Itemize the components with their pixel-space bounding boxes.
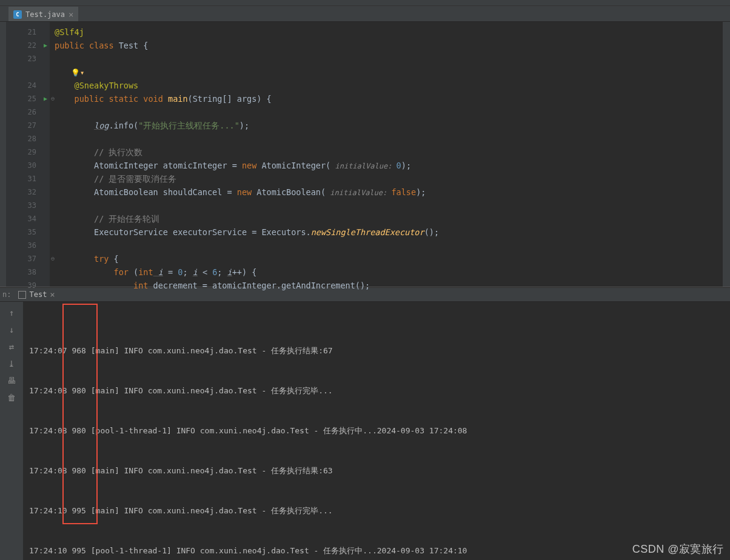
run-gutter-icon[interactable]: ▶ <box>44 39 47 52</box>
tab-filename: Test.java <box>25 10 65 19</box>
line-number: 24 <box>28 79 36 92</box>
print-icon[interactable]: 🖶 <box>7 376 16 385</box>
line-number: 26 <box>28 105 36 119</box>
left-gutter-strip <box>0 22 6 287</box>
editor-area: 21 22▶ 23 24 25▶⊖ 26 27 28 29 30 31 32 3… <box>0 22 730 287</box>
log-line: 17:24:10 995 [pool-1-thread-1] INFO com.… <box>29 544 724 558</box>
line-number: 38 <box>28 265 36 279</box>
bulb-icon[interactable]: 💡▾ <box>71 66 84 79</box>
line-number: 27 <box>28 119 36 132</box>
soft-wrap-icon[interactable]: ⇄ <box>7 342 16 352</box>
line-number: 32 <box>28 185 36 199</box>
line-number-gutter: 21 22▶ 23 24 25▶⊖ 26 27 28 29 30 31 32 3… <box>6 22 50 287</box>
highlight-box <box>62 304 98 524</box>
line-number: 36 <box>28 239 36 252</box>
line-number: 37 <box>28 252 36 265</box>
line-number: 34 <box>28 212 36 225</box>
line-number: 31 <box>28 172 36 185</box>
line-number: 21 <box>28 25 36 39</box>
log-line: 17:24:08 980 [main] INFO com.xuni.neo4j.… <box>29 384 724 398</box>
line-number: 33 <box>28 199 36 212</box>
line-number: 29 <box>28 145 36 159</box>
code-editor[interactable]: 💡▾ @Slf4j public class Test { @SneakyThr… <box>50 22 723 287</box>
log-line: 17:24:08 980 [main] INFO com.xuni.neo4j.… <box>29 464 724 478</box>
run-gutter-icon[interactable]: ▶ <box>44 92 47 105</box>
trash-icon[interactable]: 🗑 <box>7 393 16 402</box>
log-line: 17:24:08 980 [pool-1-thread-1] INFO com.… <box>29 424 724 438</box>
line-number: 30 <box>28 159 36 172</box>
console-area: ↑ ↓ ⇄ ⤓ 🖶 🗑 17:24:07 968 [main] INFO com… <box>0 302 730 560</box>
line-number: 23 <box>28 52 36 65</box>
scroll-end-icon[interactable]: ⤓ <box>7 359 16 368</box>
editor-scrollbar[interactable] <box>723 22 730 287</box>
line-number: 22 <box>28 39 36 52</box>
console-output[interactable]: 17:24:07 968 [main] INFO com.xuni.neo4j.… <box>23 302 730 560</box>
line-number: 28 <box>28 132 36 145</box>
watermark: CSDN @寂寞旅行 <box>632 542 724 556</box>
log-line: 17:24:07 968 [main] INFO com.xuni.neo4j.… <box>29 344 724 358</box>
line-number: 39 <box>28 279 36 292</box>
down-arrow-icon[interactable]: ↓ <box>7 325 16 335</box>
java-file-icon: C <box>13 10 22 19</box>
up-arrow-icon[interactable]: ↑ <box>7 308 16 318</box>
editor-tab[interactable]: C Test.java × <box>8 7 78 21</box>
line-number: 25 <box>28 92 36 105</box>
editor-tab-bar: C Test.java × <box>0 6 730 22</box>
top-toolbar <box>0 0 730 6</box>
close-icon[interactable]: × <box>69 10 73 19</box>
log-line: 17:24:10 995 [main] INFO com.xuni.neo4j.… <box>29 504 724 518</box>
console-toolbar: ↑ ↓ ⇄ ⤓ 🖶 🗑 <box>0 302 23 560</box>
line-number: 35 <box>28 225 36 239</box>
